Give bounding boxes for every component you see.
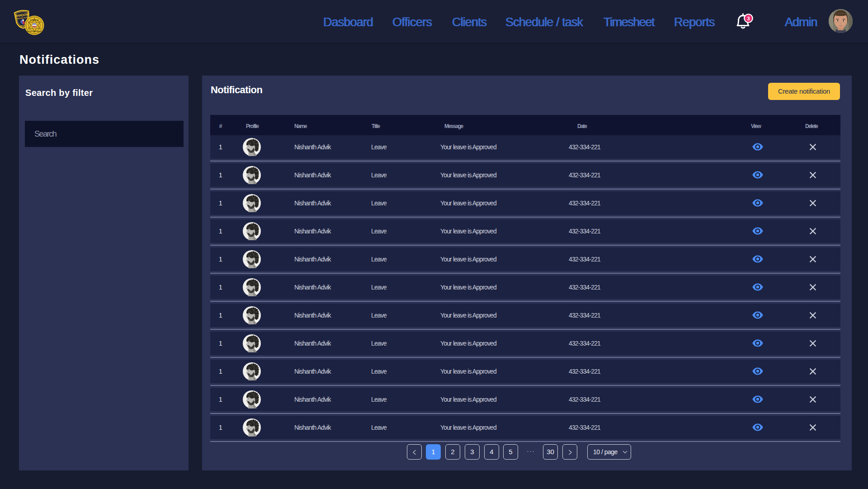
svg-text:SHADOW: SHADOW xyxy=(30,19,38,21)
svg-text:PROTECTIVE SERVICE: PROTECTIVE SERVICE xyxy=(26,31,43,33)
svg-text:3: 3 xyxy=(747,16,750,21)
